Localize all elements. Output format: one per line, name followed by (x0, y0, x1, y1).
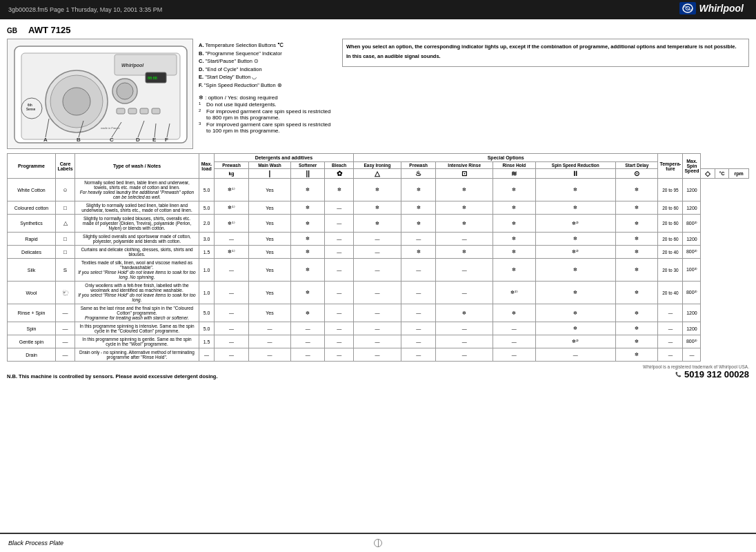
prog-prewash-3: — (215, 233, 249, 246)
machine-image: Whirlpool 6th Sense A B C D E F (7, 39, 193, 149)
svg-text:A: A (43, 137, 48, 143)
prog-spin-4: 800²⁾ (683, 246, 701, 259)
prog-temp-2: 20 to 60 (658, 215, 683, 233)
table-header-row-1: Programme Care Labels Type of wash / Not… (8, 154, 749, 162)
svg-text:88:88: 88:88 (148, 76, 157, 80)
prog-temp-6: 20 to 40 (658, 282, 683, 304)
prog-easyironing-3: — (353, 233, 401, 246)
svg-text:made in France: made in France (101, 126, 121, 130)
prog-mainwash-7: Yes (249, 304, 291, 322)
col-header-programme: Programme (8, 154, 56, 179)
col-header-load: Max. load (199, 154, 215, 179)
col-header-detergents: Detergents and additives (215, 154, 354, 162)
prog-load-6: 1.0 (199, 282, 215, 304)
prog-load-3: 3.0 (199, 233, 215, 246)
logo-area: Whirlpool (679, 2, 744, 14)
prog-load-7: 5.0 (199, 304, 215, 322)
prog-bleach-8: — (325, 322, 353, 335)
prog-mainwash-1: Yes (249, 201, 291, 215)
prog-temp-0: 20 to 95 (658, 179, 683, 201)
prog-softener-2: ✼ (290, 215, 324, 233)
svg-text:Whirlpool: Whirlpool (121, 63, 144, 68)
prog-temp-9: — (658, 335, 683, 348)
icon-softener: ✿ (325, 169, 353, 179)
unit-spin: rpm (729, 169, 749, 179)
prog-intensiverinse-4: ✼ (436, 246, 493, 259)
icon-easy-ironing: ♨ (401, 169, 436, 179)
prog-care-6: 🐑 (56, 282, 75, 304)
prog-temp-7: — (658, 304, 683, 322)
prog-temp-5: 20 to 30 (658, 259, 683, 282)
prog-care-4: □ (56, 246, 75, 259)
prog-notes-4: Curtains and delicate clothing, dresses,… (75, 246, 199, 259)
wash-table: Programme Care Labels Type of wash / Not… (7, 153, 749, 362)
icon-rinse-hold: ⏸ (535, 169, 616, 179)
prog-prewash2-6: — (401, 282, 436, 304)
icon-intensive-rinse: ≋ (493, 169, 535, 179)
nb-text: N.B. This machine is controlled by senso… (7, 373, 218, 379)
prog-mainwash-9: — (249, 335, 291, 348)
prog-bleach-9: — (325, 335, 353, 348)
prog-easyironing-0: ✼ (353, 179, 401, 201)
prog-easyironing-5: — (353, 259, 401, 282)
prog-intensiverinse-5: — (436, 259, 493, 282)
prog-startdelay-5: ✼ (616, 259, 658, 282)
prog-mainwash-10: — (249, 348, 291, 362)
prog-notes-3: Slightly soiled overalls and sportswear … (75, 233, 199, 246)
prog-name-7: Rinse + Spin (8, 304, 56, 322)
registered-trademark: Whirlpool is a registered trademark of W… (643, 364, 749, 369)
prog-bleach-1: — (325, 201, 353, 215)
prog-name-1: Coloured cotton (8, 201, 56, 215)
prog-startdelay-10: ✼ (616, 348, 658, 362)
sub-header-prewash: Prewash (215, 162, 249, 169)
prog-name-5: Silk (8, 259, 56, 282)
footnote-1: 1 Do not use liquid detergents. (199, 101, 337, 108)
prog-softener-3: ✼ (290, 233, 324, 246)
prog-spinred-7: ✼ (535, 304, 616, 322)
label-e: E. "Start Delay" Button ◡ (199, 74, 337, 81)
prog-bleach-0: ✼ (325, 179, 353, 201)
icon-bleach: △ (353, 169, 401, 179)
prog-easyironing-10: — (353, 348, 401, 362)
prog-bleach-7: — (325, 304, 353, 322)
prog-temp-10: — (658, 348, 683, 362)
icon-prewash2: ⊡ (436, 169, 493, 179)
prog-spinred-8: ✼ (535, 322, 616, 335)
prog-easyironing-1: ✼ (353, 201, 401, 215)
model-name: AWT 7125 (28, 25, 70, 35)
prog-prewash-4: ✼¹⁾ (215, 246, 249, 259)
footnote-3: 3 For improved garment care spin speed i… (199, 121, 337, 134)
prog-intensiverinse-10: — (436, 348, 493, 362)
whirlpool-logo-icon (679, 2, 696, 14)
prog-intensiverinse-2: ✼ (436, 215, 493, 233)
prog-prewash2-10: — (401, 348, 436, 362)
svg-text:C: C (110, 137, 114, 143)
prog-load-4: 1.5 (199, 246, 215, 259)
prog-prewash2-1: ✼ (401, 201, 436, 215)
table-row: Drain — Drain only - no spinning. Altern… (8, 348, 749, 362)
prog-load-1: 5.0 (199, 201, 215, 215)
prog-notes-6: Only woollens with a felt-free finish, l… (75, 282, 199, 304)
sub-header-bleach: Bleach (325, 162, 353, 169)
prog-prewash2-9: — (401, 335, 436, 348)
col-header-notes: Type of wash / Notes (75, 154, 199, 179)
prog-care-8: — (56, 322, 75, 335)
prog-rinsehold-0: ✼ (493, 179, 535, 201)
prog-prewash2-2: ✼ (401, 215, 436, 233)
svg-text:D: D (136, 137, 140, 143)
upper-section: Whirlpool 6th Sense A B C D E F (7, 39, 749, 149)
prog-bleach-3: — (325, 233, 353, 246)
prog-rinsehold-4: ✼ (493, 246, 535, 259)
prog-notes-9: In this programme spinning is gentle. Sa… (75, 335, 199, 348)
prog-spin-7: 1200 (683, 304, 701, 322)
prog-rinsehold-3: ✼ (493, 233, 535, 246)
svg-point-7 (63, 88, 90, 115)
prog-startdelay-7: ✼ (616, 304, 658, 322)
prog-startdelay-1: ✼ (616, 201, 658, 215)
prog-name-3: Rapid (8, 233, 56, 246)
labels-panel: A. Temperature Selection Buttons ℃ B. "P… (199, 39, 337, 135)
prog-prewash2-5: — (401, 259, 436, 282)
prog-bleach-2: — (325, 215, 353, 233)
footer-area: N.B. This machine is controlled by senso… (7, 364, 749, 379)
prog-prewash2-3: — (401, 233, 436, 246)
